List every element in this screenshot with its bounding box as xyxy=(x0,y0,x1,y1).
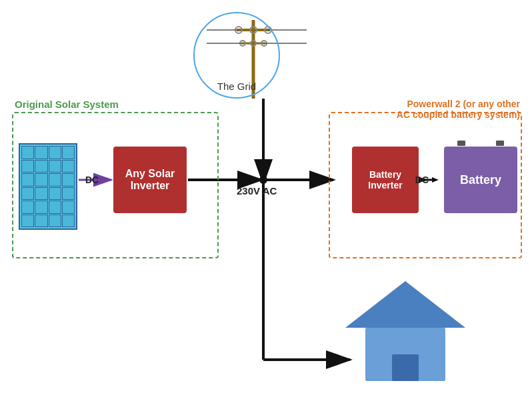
grid-label: The Grid xyxy=(217,81,256,92)
solar-panel xyxy=(19,143,77,230)
grid-circle: The Grid xyxy=(193,12,280,99)
diagram: The Grid Original Solar System Powerwall… xyxy=(0,0,532,401)
dc-label-battery: DC xyxy=(415,175,429,185)
ac-voltage-label: 230V AC xyxy=(237,185,277,197)
battery-inverter-box: Battery Inverter xyxy=(352,147,419,213)
svg-marker-31 xyxy=(345,281,465,328)
solar-inverter-box: Any Solar Inverter xyxy=(113,147,187,213)
house-icon xyxy=(345,278,465,381)
svg-point-9 xyxy=(259,176,267,184)
svg-rect-32 xyxy=(392,354,419,381)
solar-system-label: Original Solar System xyxy=(15,99,119,110)
battery-unit-box: Battery xyxy=(444,147,517,213)
dc-label-solar: DC xyxy=(85,175,99,185)
